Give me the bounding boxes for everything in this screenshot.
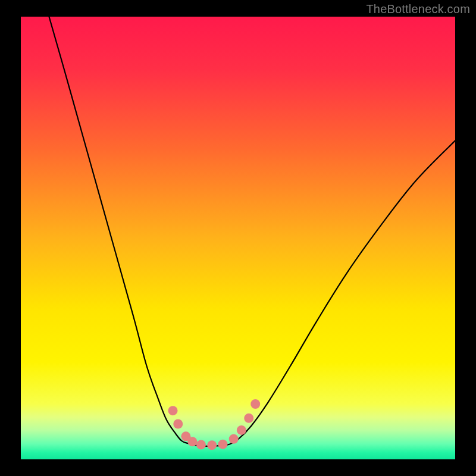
marker-dot — [173, 419, 183, 428]
gradient-background — [21, 17, 455, 459]
marker-dot — [237, 425, 246, 435]
marker-dot — [187, 437, 197, 446]
watermark-text: TheBottleneck.com — [366, 2, 470, 16]
marker-dot — [244, 414, 253, 423]
marker-dot — [207, 440, 217, 450]
chart-svg — [0, 0, 476, 476]
marker-dot — [250, 399, 260, 409]
chart-stage: TheBottleneck.com — [0, 0, 476, 476]
marker-dot — [196, 440, 206, 449]
marker-dot — [229, 434, 239, 444]
marker-dot — [168, 406, 178, 415]
marker-dot — [218, 440, 227, 449]
